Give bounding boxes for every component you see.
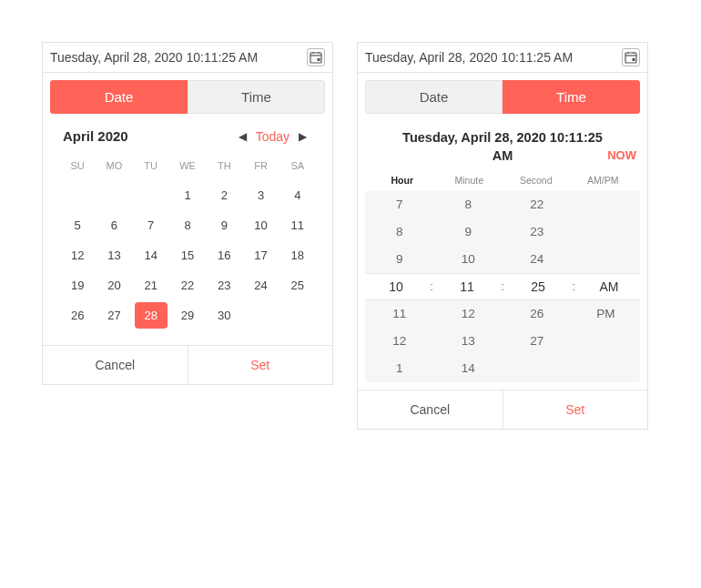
time-selected-band: 10 : 11 : 25 : AM	[365, 273, 640, 300]
calendar-empty	[96, 180, 132, 210]
next-arrow-icon[interactable]: ▶	[293, 130, 312, 143]
tab-date[interactable]: Date	[365, 80, 503, 114]
calendar-day[interactable]: 22	[169, 270, 206, 300]
hour-option[interactable]: 11	[392, 300, 406, 328]
minute-option[interactable]: 9	[464, 218, 472, 246]
now-link[interactable]: NOW	[607, 148, 636, 162]
calendar-icon[interactable]	[307, 48, 325, 66]
minute-option[interactable]: 12	[462, 300, 475, 328]
hour-option[interactable]: 8	[396, 218, 403, 246]
set-button[interactable]: Set	[503, 390, 648, 429]
calendar-day[interactable]: 13	[96, 240, 132, 270]
minute-option[interactable]: 13	[462, 328, 475, 355]
calendar-day[interactable]: 5	[59, 210, 96, 240]
calendar-icon[interactable]	[622, 48, 640, 66]
calendar-day[interactable]: 10	[242, 210, 279, 240]
hour-option[interactable]: 9	[396, 246, 403, 273]
calendar-day[interactable]: 11	[279, 210, 316, 240]
calendar-day[interactable]: 18	[279, 240, 316, 270]
tabs: Date Time	[365, 80, 640, 114]
calendar-day[interactable]: 7	[133, 210, 169, 240]
weekday-label: WE	[169, 153, 206, 180]
month-nav: April 2020 ◀ Today ▶	[43, 121, 332, 147]
calendar-day[interactable]: 28	[135, 302, 168, 329]
tab-date[interactable]: Date	[50, 80, 188, 114]
calendar-empty	[133, 180, 169, 210]
tab-time[interactable]: Time	[188, 80, 325, 114]
calendar-day[interactable]: 21	[133, 270, 169, 300]
sel-ampm[interactable]: AM	[578, 279, 640, 294]
calendar-day[interactable]: 30	[206, 300, 242, 330]
weekday-label: TU	[133, 153, 169, 180]
col-hour-label[interactable]: Hour	[369, 175, 436, 186]
cancel-button[interactable]: Cancel	[43, 346, 188, 384]
weekday-header: SUMOTUWETHFRSA	[59, 153, 316, 180]
sel-hour[interactable]: 10	[365, 279, 427, 294]
calendar-day[interactable]: 16	[206, 240, 242, 270]
calendar-day[interactable]: 23	[206, 270, 242, 300]
footer: Cancel Set	[358, 390, 647, 429]
hour-option[interactable]: 12	[392, 328, 406, 355]
footer: Cancel Set	[43, 345, 332, 384]
datetime-picker-time: Tuesday, April 28, 2020 10:11:25 AM Date…	[357, 42, 648, 430]
calendar-empty	[279, 300, 316, 330]
ampm-option[interactable]: PM	[596, 300, 615, 328]
calendar-day[interactable]: 26	[59, 300, 96, 330]
minute-option[interactable]: 10	[462, 246, 475, 273]
col-minute-label[interactable]: Minute	[436, 175, 503, 186]
col-second-label[interactable]: Second	[503, 175, 570, 186]
calendar-row: 1234	[59, 180, 316, 210]
calendar-day[interactable]: 6	[96, 210, 132, 240]
second-option[interactable]: 24	[530, 246, 544, 273]
header-text: Tuesday, April 28, 2020 10:11:25 AM	[365, 50, 622, 65]
weekday-label: SU	[59, 153, 96, 180]
colon-icon: :	[427, 279, 436, 293]
second-option[interactable]: 26	[530, 300, 544, 328]
calendar-day[interactable]: 2	[206, 180, 242, 210]
time-title: Tuesday, April 28, 2020 10:11:25 AM	[369, 128, 636, 166]
col-ampm-label[interactable]: AM/PM	[570, 175, 637, 186]
set-button[interactable]: Set	[188, 346, 333, 384]
calendar-day[interactable]: 12	[59, 240, 96, 270]
sel-minute[interactable]: 11	[436, 279, 498, 294]
sel-second[interactable]: 25	[507, 279, 569, 294]
calendar-day[interactable]: 14	[133, 240, 169, 270]
time-spinner: 7891011121 891011121314 222324252627 AMP…	[365, 191, 640, 382]
second-option[interactable]: 22	[530, 191, 544, 218]
calendar-day[interactable]: 24	[242, 270, 279, 300]
colon-icon: :	[498, 279, 507, 293]
today-link[interactable]: Today	[252, 129, 293, 144]
calendar-day[interactable]: 3	[242, 180, 279, 210]
colon-icon: :	[569, 279, 578, 293]
calendar-day[interactable]: 4	[279, 180, 316, 210]
calendar-day[interactable]: 17	[242, 240, 279, 270]
calendar-day[interactable]: 8	[169, 210, 206, 240]
calendar-day[interactable]: 29	[169, 300, 206, 330]
second-option[interactable]: 27	[530, 328, 544, 355]
minute-option[interactable]: 8	[464, 191, 472, 218]
calendar-day[interactable]: 25	[279, 270, 316, 300]
tabs: Date Time	[50, 80, 325, 114]
prev-arrow-icon[interactable]: ◀	[233, 130, 252, 143]
weekday-label: SA	[279, 153, 316, 180]
time-title-line1: Tuesday, April 28, 2020 10:11:25	[402, 130, 603, 145]
calendar-day[interactable]: 20	[96, 270, 132, 300]
hour-option[interactable]: 7	[396, 191, 403, 218]
calendar-grid: SUMOTUWETHFRSA 1234567891011121314151617…	[43, 147, 332, 345]
header: Tuesday, April 28, 2020 10:11:25 AM	[43, 43, 332, 73]
tab-time[interactable]: Time	[503, 80, 640, 114]
calendar-day[interactable]: 1	[169, 180, 206, 210]
svg-rect-9	[633, 58, 635, 61]
calendar-row: 567891011	[59, 210, 316, 240]
calendar-day[interactable]: 27	[96, 300, 132, 330]
cancel-button[interactable]: Cancel	[358, 390, 503, 429]
svg-rect-5	[625, 53, 636, 63]
minute-option[interactable]: 14	[462, 355, 475, 382]
hour-option[interactable]: 1	[396, 355, 403, 382]
calendar-day[interactable]: 19	[59, 270, 96, 300]
calendar-day[interactable]: 9	[206, 210, 242, 240]
datetime-picker-date: Tuesday, April 28, 2020 10:11:25 AM Date…	[42, 42, 333, 385]
header-text: Tuesday, April 28, 2020 10:11:25 AM	[50, 50, 307, 65]
calendar-day[interactable]: 15	[169, 240, 206, 270]
second-option[interactable]: 23	[530, 218, 544, 246]
